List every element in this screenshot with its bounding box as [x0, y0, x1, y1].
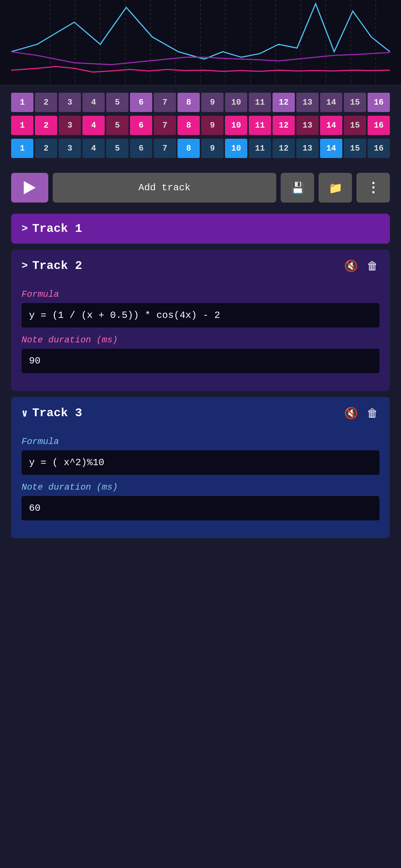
seq-cell-1-9[interactable]: 9	[201, 93, 224, 112]
track-3-duration-label: Note duration (ms)	[22, 482, 379, 492]
seq-cell-2-5[interactable]: 5	[106, 116, 128, 135]
seq-cell-1-10[interactable]: 10	[225, 93, 247, 112]
seq-cell-3-4[interactable]: 4	[82, 139, 105, 158]
seq-cell-3-6[interactable]: 6	[130, 139, 152, 158]
track-2-icons: 🔇 🗑	[343, 258, 379, 274]
track-2-body: Formula Note duration (ms)	[11, 282, 390, 391]
save-button[interactable]: 💾	[281, 173, 314, 203]
seq-cell-3-5[interactable]: 5	[106, 139, 128, 158]
toolbar: Add track 💾 📁 ⋮	[0, 165, 401, 210]
seq-cell-1-11[interactable]: 11	[249, 93, 271, 112]
track-2-header[interactable]: > Track 2 🔇 🗑	[11, 250, 390, 282]
seq-cell-1-2[interactable]: 2	[35, 93, 57, 112]
track-2-duration-label: Note duration (ms)	[22, 335, 379, 345]
track-3-name: Track 3	[32, 406, 82, 420]
folder-button[interactable]: 📁	[319, 173, 352, 203]
sequencer-section: 1 2 3 4 5 6 7 8 9 10 11 12 13 14 15 16 1…	[0, 85, 401, 165]
track-2-formula-input[interactable]	[22, 303, 379, 328]
track-2-duration-input[interactable]	[22, 349, 379, 373]
seq-cell-1-3[interactable]: 3	[59, 93, 81, 112]
track-panel-1: > Track 1	[11, 214, 390, 244]
seq-cell-2-16[interactable]: 16	[368, 116, 390, 135]
seq-cell-2-10[interactable]: 10	[225, 116, 247, 135]
seq-cell-1-16[interactable]: 16	[368, 93, 390, 112]
seq-cell-2-1[interactable]: 1	[11, 116, 33, 135]
seq-cell-2-11[interactable]: 11	[249, 116, 271, 135]
seq-cell-1-8[interactable]: 8	[177, 93, 200, 112]
seq-cell-1-15[interactable]: 15	[344, 93, 366, 112]
seq-cell-1-13[interactable]: 13	[296, 93, 319, 112]
seq-cell-3-16[interactable]: 16	[368, 139, 390, 158]
seq-cell-2-12[interactable]: 12	[273, 116, 295, 135]
seq-cell-3-9[interactable]: 9	[201, 139, 224, 158]
seq-cell-1-4[interactable]: 4	[82, 93, 105, 112]
more-icon: ⋮	[366, 180, 380, 195]
seq-cell-1-1[interactable]: 1	[11, 93, 33, 112]
track-2-arrow: >	[22, 260, 28, 272]
seq-cell-3-7[interactable]: 7	[154, 139, 176, 158]
track-3-mute-button[interactable]: 🔇	[343, 405, 359, 421]
tracks-section: > Track 1 > Track 2 🔇 🗑 Formula Note dur…	[0, 210, 401, 549]
track-3-formula-input[interactable]	[22, 450, 379, 475]
seq-cell-1-14[interactable]: 14	[320, 93, 342, 112]
track-2-delete-button[interactable]: 🗑	[365, 258, 379, 274]
sequencer-row-3: 1 2 3 4 5 6 7 8 9 10 11 12 13 14 15 16	[11, 139, 390, 158]
track-3-body: Formula Note duration (ms)	[11, 429, 390, 538]
seq-cell-3-13[interactable]: 13	[296, 139, 319, 158]
track-2-mute-button[interactable]: 🔇	[343, 258, 359, 274]
track-1-title: > Track 1	[22, 222, 82, 236]
seq-cell-2-9[interactable]: 9	[201, 116, 224, 135]
seq-cell-3-3[interactable]: 3	[59, 139, 81, 158]
seq-cell-3-1[interactable]: 1	[11, 139, 33, 158]
track-panel-2: > Track 2 🔇 🗑 Formula Note duration (ms)	[11, 250, 390, 391]
seq-cell-2-15[interactable]: 15	[344, 116, 366, 135]
seq-cell-2-2[interactable]: 2	[35, 116, 57, 135]
track-3-icons: 🔇 🗑	[343, 405, 379, 421]
seq-cell-2-14[interactable]: 14	[320, 116, 342, 135]
sequencer-row-2: 1 2 3 4 5 6 7 8 9 10 11 12 13 14 15 16	[11, 116, 390, 135]
seq-cell-3-11[interactable]: 11	[249, 139, 271, 158]
seq-cell-2-4[interactable]: 4	[82, 116, 105, 135]
track-2-formula-label: Formula	[22, 289, 379, 299]
track-panel-3: ∨ Track 3 🔇 🗑 Formula Note duration (ms)	[11, 397, 390, 538]
track-2-name: Track 2	[32, 259, 82, 273]
seq-cell-3-10[interactable]: 10	[225, 139, 247, 158]
seq-cell-2-6[interactable]: 6	[130, 116, 152, 135]
track-3-title: ∨ Track 3	[22, 406, 82, 420]
play-button[interactable]	[11, 173, 48, 203]
seq-cell-3-2[interactable]: 2	[35, 139, 57, 158]
seq-cell-1-5[interactable]: 5	[106, 93, 128, 112]
seq-cell-2-13[interactable]: 13	[296, 116, 319, 135]
track-3-header[interactable]: ∨ Track 3 🔇 🗑	[11, 397, 390, 429]
track-3-duration-input[interactable]	[22, 496, 379, 520]
add-track-button[interactable]: Add track	[53, 173, 276, 203]
track-1-name: Track 1	[32, 222, 82, 236]
track-3-arrow: ∨	[22, 407, 28, 420]
seq-cell-2-3[interactable]: 3	[59, 116, 81, 135]
seq-cell-1-7[interactable]: 7	[154, 93, 176, 112]
track-2-title: > Track 2	[22, 259, 82, 273]
chart-area: .grid-line { stroke: #444; stroke-width:…	[0, 0, 401, 85]
seq-cell-3-12[interactable]: 12	[273, 139, 295, 158]
track-3-delete-button[interactable]: 🗑	[365, 405, 379, 421]
save-icon: 💾	[291, 181, 304, 194]
play-icon	[24, 181, 36, 194]
more-button[interactable]: ⋮	[356, 173, 390, 203]
seq-cell-2-8[interactable]: 8	[177, 116, 200, 135]
seq-cell-3-14[interactable]: 14	[320, 139, 342, 158]
seq-cell-2-7[interactable]: 7	[154, 116, 176, 135]
seq-cell-1-12[interactable]: 12	[273, 93, 295, 112]
folder-icon: 📁	[329, 181, 342, 194]
track-1-header[interactable]: > Track 1	[11, 214, 390, 244]
seq-cell-1-6[interactable]: 6	[130, 93, 152, 112]
sequencer-row-1: 1 2 3 4 5 6 7 8 9 10 11 12 13 14 15 16	[11, 93, 390, 112]
track-3-formula-label: Formula	[22, 437, 379, 447]
seq-cell-3-15[interactable]: 15	[344, 139, 366, 158]
seq-cell-3-8[interactable]: 8	[177, 139, 200, 158]
track-1-arrow: >	[22, 223, 28, 234]
